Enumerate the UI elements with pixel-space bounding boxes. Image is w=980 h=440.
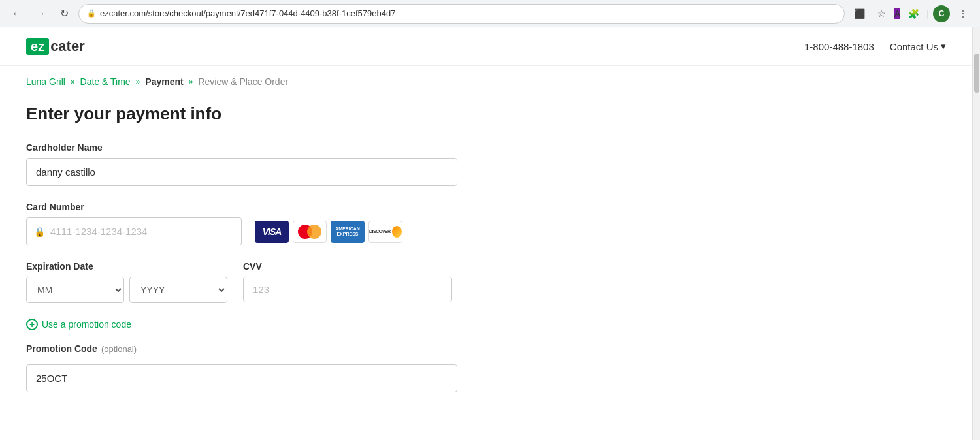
extensions-button[interactable]: 🧩 bbox=[904, 5, 923, 23]
promo-code-label: Promotion Code bbox=[26, 343, 97, 354]
reload-button[interactable]: ↻ bbox=[55, 5, 73, 23]
separator: | bbox=[926, 8, 929, 19]
logo[interactable]: ez cater bbox=[26, 38, 85, 55]
address-bar[interactable]: 🔒 ezcater.com/store/checkout/payment/7ed… bbox=[78, 4, 845, 24]
visa-icon: VISA bbox=[255, 221, 289, 243]
amex-icon: AMERICAN EXPRESS bbox=[331, 221, 365, 243]
security-icon: 🔒 bbox=[87, 9, 96, 18]
breadcrumb-sep2: » bbox=[136, 77, 140, 86]
page-wrapper: ez cater 1-800-488-1803 Contact Us ▾ Lun… bbox=[0, 27, 980, 440]
profile-avatar-c[interactable]: C bbox=[933, 5, 950, 22]
chevron-down-icon: ▾ bbox=[941, 40, 946, 52]
contact-us-label: Contact Us bbox=[890, 41, 938, 52]
site-header: ez cater 1-800-488-1803 Contact Us ▾ bbox=[0, 27, 972, 66]
promo-plus-icon: + bbox=[26, 319, 38, 330]
breadcrumb-step2[interactable]: Date & Time bbox=[80, 76, 131, 87]
exp-label: Expiration Date bbox=[26, 261, 227, 272]
breadcrumb: Luna Grill » Date & Time » Payment » Rev… bbox=[0, 66, 972, 97]
card-number-label: Card Number bbox=[26, 202, 562, 212]
bookmark-button[interactable]: ☆ bbox=[872, 5, 890, 23]
mc-orange-circle bbox=[307, 225, 321, 239]
main-content: Enter your payment info Cardholder Name … bbox=[0, 97, 588, 434]
breadcrumb-sep1: » bbox=[71, 77, 75, 86]
promo-label-row: Promotion Code (optional) bbox=[26, 343, 562, 354]
menu-button[interactable]: ⋮ bbox=[954, 5, 972, 23]
exp-cvv-row: Expiration Date MM 010203 040506 070809 … bbox=[26, 261, 562, 303]
breadcrumb-sep3: » bbox=[189, 77, 193, 86]
phone-number: 1-800-488-1803 bbox=[804, 41, 874, 52]
card-number-input[interactable] bbox=[26, 217, 242, 245]
card-number-group: Card Number 🔒 VISA bbox=[26, 202, 562, 245]
browser-chrome: ← → ↻ 🔒 ezcater.com/store/checkout/payme… bbox=[0, 0, 980, 27]
cvv-group: CVV bbox=[243, 261, 452, 302]
lock-icon: 🔒 bbox=[34, 227, 45, 237]
back-button[interactable]: ← bbox=[8, 5, 26, 23]
cardholder-input[interactable] bbox=[26, 158, 457, 186]
scrollbar-track[interactable] bbox=[972, 27, 980, 440]
breadcrumb-step4: Review & Place Order bbox=[198, 76, 288, 87]
exp-year-select[interactable]: YYYY 202420252026 202720282029 2030 bbox=[129, 277, 227, 303]
header-right: 1-800-488-1803 Contact Us ▾ bbox=[804, 40, 946, 52]
exp-selects: MM 010203 040506 070809 101112 YYYY 2024… bbox=[26, 277, 227, 303]
contact-us-button[interactable]: Contact Us ▾ bbox=[890, 40, 946, 52]
card-icons: VISA AMERICAN EXPRESS bbox=[255, 221, 402, 243]
browser-actions: ⬛ ☆ A 🧩 | C ⋮ bbox=[850, 5, 972, 23]
forward-button[interactable]: → bbox=[31, 5, 50, 23]
mastercard-icon bbox=[293, 221, 327, 243]
promo-optional: (optional) bbox=[101, 344, 137, 354]
logo-ez: ez bbox=[26, 38, 49, 55]
card-number-row: 🔒 VISA bbox=[26, 217, 562, 245]
cast-button[interactable]: ⬛ bbox=[850, 5, 868, 23]
url-text: ezcater.com/store/checkout/payment/7ed47… bbox=[100, 8, 395, 18]
promo-link[interactable]: + Use a promotion code bbox=[26, 319, 562, 330]
exp-month-select[interactable]: MM 010203 040506 070809 101112 bbox=[26, 277, 124, 303]
cvv-input[interactable] bbox=[243, 277, 452, 302]
page-content: ez cater 1-800-488-1803 Contact Us ▾ Lun… bbox=[0, 27, 972, 440]
discover-dot bbox=[392, 226, 402, 238]
cvv-label: CVV bbox=[243, 261, 452, 272]
promo-code-group: Promotion Code (optional) bbox=[26, 343, 562, 392]
promo-code-input[interactable] bbox=[26, 364, 457, 392]
page-title: Enter your payment info bbox=[26, 104, 562, 124]
logo-cater: cater bbox=[50, 38, 85, 55]
discover-icon: DISCOVER bbox=[368, 221, 402, 243]
expiration-group: Expiration Date MM 010203 040506 070809 … bbox=[26, 261, 227, 303]
profile-avatar-a[interactable]: A bbox=[894, 8, 900, 19]
scrollbar-thumb[interactable] bbox=[974, 54, 979, 93]
cardholder-group: Cardholder Name bbox=[26, 142, 562, 186]
breadcrumb-step3: Payment bbox=[145, 76, 183, 87]
cardholder-label: Cardholder Name bbox=[26, 142, 562, 153]
promo-link-label: Use a promotion code bbox=[42, 319, 131, 330]
card-number-input-wrapper: 🔒 bbox=[26, 217, 242, 245]
breadcrumb-step1[interactable]: Luna Grill bbox=[26, 76, 65, 87]
